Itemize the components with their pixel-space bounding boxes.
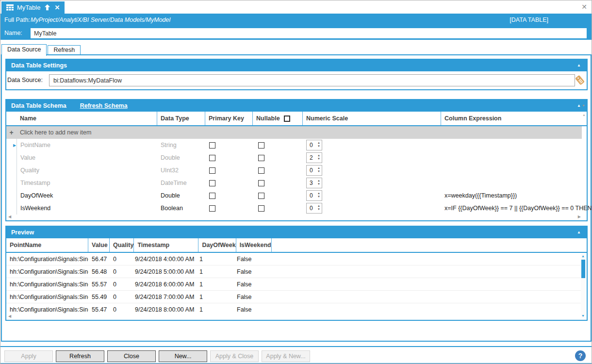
spin-down-icon[interactable]: ▼ <box>317 182 320 186</box>
column-expression[interactable]: x=IF {{DayOfWeek}} == 7 || {{DayOfWeek}}… <box>444 205 592 212</box>
preview-scroll-left-icon[interactable]: ◀ <box>8 314 11 318</box>
schema-data-type: String <box>161 142 177 149</box>
preview-col-value[interactable]: Value <box>88 238 110 252</box>
numeric-scale-spinner[interactable]: 0▲▼ <box>306 165 322 176</box>
preview-scroll-up-icon[interactable]: ▲ <box>581 254 585 258</box>
schema-vscroll-lane[interactable]: ▲ <box>582 112 587 125</box>
col-header-nullable[interactable]: Nullable <box>253 112 303 125</box>
tag-browse-icon[interactable] <box>575 75 585 85</box>
preview-rows: hh:\Configuration\Signals:Sine 56.47 0 9… <box>6 253 587 313</box>
spin-up-icon[interactable]: ▲ <box>317 192 320 195</box>
spin-up-icon[interactable]: ▲ <box>317 154 320 157</box>
collapse-preview-icon[interactable]: ▲ <box>577 231 581 234</box>
collapse-schema-icon[interactable]: ▲ <box>577 104 581 108</box>
schema-scroll-right-icon[interactable]: ▶ <box>578 215 581 219</box>
help-button[interactable]: ? <box>575 350 586 361</box>
primary-key-checkbox[interactable] <box>209 155 215 161</box>
data-source-input[interactable] <box>49 74 575 86</box>
preview-col-timestamp[interactable]: Timestamp <box>134 238 198 252</box>
nullable-checkbox[interactable] <box>258 205 264 212</box>
spin-up-icon[interactable]: ▲ <box>317 166 320 170</box>
window-close-icon[interactable]: ✕ <box>581 3 587 10</box>
preview-col-quality[interactable]: Quality <box>110 238 134 252</box>
cell-value: 56.48 <box>88 268 110 275</box>
schema-row-timestamp[interactable]: Timestamp DateTime 3▲▼ <box>6 177 582 189</box>
nullable-checkbox[interactable] <box>258 180 264 186</box>
col-header-column-expression[interactable]: Column Expression <box>441 112 582 125</box>
tab-refresh[interactable]: Refresh <box>48 45 81 55</box>
schema-row-pointname[interactable]: ▶ PointName String 0▲▼ <box>6 139 582 151</box>
cell-quality: 0 <box>110 256 132 263</box>
preview-scroll-down-icon[interactable]: ▼ <box>581 314 585 317</box>
name-input[interactable] <box>31 28 587 38</box>
numeric-scale-spinner[interactable]: 0▲▼ <box>306 140 322 150</box>
numeric-scale-spinner[interactable]: 3▲▼ <box>306 178 322 188</box>
new-button[interactable]: New... <box>159 350 207 362</box>
cell-quality: 0 <box>110 294 132 300</box>
schema-grid-header: Name Data Type Primary Key Nullable Nume… <box>6 112 587 126</box>
preview-row[interactable]: hh:\Configuration\Signals:Sine 55.57 0 9… <box>6 278 581 291</box>
numeric-scale-spinner[interactable]: 0▲▼ <box>306 190 322 201</box>
nullable-checkbox[interactable] <box>258 155 264 161</box>
primary-key-checkbox[interactable] <box>209 205 215 212</box>
nullable-all-checkbox[interactable] <box>284 116 290 122</box>
spin-down-icon[interactable]: ▼ <box>317 208 320 211</box>
preview-col-isweekend[interactable]: IsWeekend <box>236 238 272 252</box>
spin-down-icon[interactable]: ▼ <box>317 170 320 173</box>
cell-timestamp: 9/24/2018 5:00:00 AM <box>132 268 196 275</box>
col-header-data-type[interactable]: Data Type <box>157 112 205 125</box>
spin-up-icon[interactable]: ▲ <box>317 204 320 208</box>
primary-key-checkbox[interactable] <box>209 193 215 199</box>
collapse-settings-icon[interactable]: ▲ <box>577 64 581 67</box>
spin-up-icon[interactable]: ▲ <box>317 141 320 145</box>
preview-row[interactable]: hh:\Configuration\Signals:Sine 55.49 0 9… <box>6 291 581 303</box>
add-new-item-row[interactable]: + Click here to add new item <box>6 126 582 139</box>
schema-scroll-left-icon[interactable]: ◀ <box>8 215 11 219</box>
column-expression[interactable]: x=weekday({{Timestamp}}) <box>444 192 582 199</box>
schema-row-quality[interactable]: Quality UInt32 0▲▼ <box>6 164 582 177</box>
spin-down-icon[interactable]: ▼ <box>317 157 320 161</box>
nullable-checkbox[interactable] <box>258 142 264 149</box>
data-source-label: Data Source: <box>7 77 43 83</box>
primary-key-checkbox[interactable] <box>209 167 215 174</box>
preview-col-pointname[interactable]: PointName <box>6 238 88 252</box>
col-header-name[interactable]: Name <box>16 112 157 125</box>
schema-row-isweekend[interactable]: IsWeekend Boolean 0▲▼ x=IF {{DayOfWeek}}… <box>6 202 582 215</box>
cell-quality: 0 <box>110 306 132 313</box>
schema-scroll-up-icon[interactable]: ▲ <box>582 113 586 116</box>
preview-vertical-scrollbar[interactable]: ▲ ▼ <box>581 254 586 318</box>
preview-scrollbar-thumb[interactable] <box>581 260 585 278</box>
schema-scroll-down-icon[interactable]: ▼ <box>582 104 585 107</box>
nullable-checkbox[interactable] <box>258 167 264 174</box>
schema-horizontal-scrollbar[interactable]: ◀ ▶ <box>7 214 581 219</box>
close-button[interactable]: Close <box>107 350 156 362</box>
primary-key-checkbox[interactable] <box>209 142 215 149</box>
preview-section-header: Preview ▲ <box>6 227 587 238</box>
document-tab-mytable[interactable]: MyTable ✕ <box>1 1 65 14</box>
cell-value: 55.47 <box>88 306 110 313</box>
cell-pointname: hh:\Configuration\Signals:Sine <box>6 294 88 300</box>
promote-up-icon[interactable] <box>44 4 51 11</box>
nullable-checkbox[interactable] <box>258 193 264 199</box>
schema-row-value[interactable]: Value Double 2▲▼ <box>6 151 582 164</box>
tab-data-source[interactable]: Data Source <box>1 44 47 56</box>
refresh-schema-link[interactable]: Refresh Schema <box>80 102 128 109</box>
preview-col-dayofweek[interactable]: DayOfWeek <box>198 238 236 252</box>
tab-close-icon[interactable]: ✕ <box>54 4 60 11</box>
numeric-scale-spinner[interactable]: 2▲▼ <box>306 152 322 163</box>
preview-row[interactable]: hh:\Configuration\Signals:Sine 56.48 0 9… <box>6 265 581 278</box>
primary-key-checkbox[interactable] <box>209 180 215 186</box>
preview-row[interactable]: hh:\Configuration\Signals:Sine 56.47 0 9… <box>6 253 581 265</box>
preview-horizontal-scrollbar[interactable]: ◀ <box>7 313 581 319</box>
col-header-numeric-scale[interactable]: Numeric Scale <box>303 112 441 125</box>
schema-row-dayofweek[interactable]: DayOfWeek Double 0▲▼ x=weekday({{Timesta… <box>6 189 582 202</box>
document-tab-title: MyTable <box>17 4 40 11</box>
col-header-primary-key[interactable]: Primary Key <box>205 112 253 125</box>
numeric-scale-spinner[interactable]: 0▲▼ <box>306 203 322 214</box>
preview-row[interactable]: hh:\Configuration\Signals:Sine 55.47 0 9… <box>6 303 581 313</box>
spin-down-icon[interactable]: ▼ <box>317 195 320 199</box>
spin-up-icon[interactable]: ▲ <box>317 179 320 182</box>
schema-section-title: Data Table Schema <box>11 102 66 109</box>
spin-down-icon[interactable]: ▼ <box>317 145 320 148</box>
refresh-button[interactable]: Refresh <box>56 350 104 362</box>
